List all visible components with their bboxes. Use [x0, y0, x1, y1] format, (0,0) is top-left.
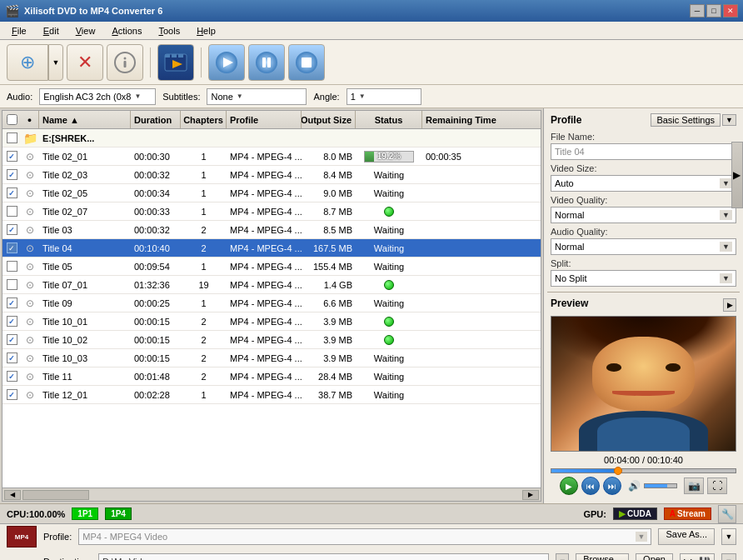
video-size-combo[interactable]: Auto ▼ — [551, 175, 736, 192]
scroll-track[interactable] — [22, 490, 521, 500]
basic-settings-button[interactable]: Basic Settings — [651, 113, 721, 127]
table-row[interactable]: ⊙ Title 02_07 00:00:33 1 MP4 - MPEG-4 ..… — [2, 202, 541, 221]
col-header-remain[interactable]: Remaining Time — [422, 111, 497, 128]
row-cb[interactable]: ✓ — [2, 242, 21, 253]
convert-dropdown[interactable]: ▼ — [721, 553, 736, 560]
menu-edit[interactable]: Edit — [35, 24, 67, 38]
menu-help[interactable]: Help — [188, 24, 224, 38]
checked-cb[interactable] — [7, 188, 17, 198]
scene-button[interactable] — [157, 44, 194, 81]
checked-cb[interactable] — [7, 334, 17, 345]
fullscreen-button[interactable]: ⛶ — [707, 478, 727, 494]
next-button[interactable]: ⏭ — [603, 477, 621, 495]
table-row[interactable]: ⊙ Title 10_03 00:00:15 2 MP4 - MPEG-4 ..… — [2, 349, 541, 368]
table-row[interactable]: ⊙ Title 09 00:00:25 1 MP4 - MPEG-4 ... 6… — [2, 294, 541, 312]
unchecked-cb[interactable] — [7, 279, 17, 290]
profile-combo[interactable]: MP4 - MPEG4 Video ▼ — [78, 528, 651, 545]
row-cb[interactable] — [2, 316, 21, 327]
select-all-checkbox[interactable] — [7, 114, 17, 125]
table-row[interactable]: ✓ ⊙ Title 04 00:10:40 2 MP4 - MPEG-4 ...… — [2, 239, 541, 258]
seek-thumb[interactable] — [614, 467, 622, 475]
table-row[interactable]: ⊙ Title 10_01 00:00:15 2 MP4 - MPEG-4 ..… — [2, 312, 541, 331]
table-row[interactable]: ⊙ Title 03 00:00:32 2 MP4 - MPEG-4 ... 8… — [2, 221, 541, 239]
audio-quality-combo[interactable]: Normal ▼ — [551, 238, 736, 255]
scroll-left[interactable]: ◀ — [4, 490, 21, 500]
table-row[interactable]: ⊙ Title 05 00:09:54 1 MP4 - MPEG-4 ... 1… — [2, 258, 541, 276]
cuda-button[interactable]: ▶ CUDA — [613, 508, 657, 520]
unchecked-cb[interactable] — [7, 261, 17, 272]
minimize-button[interactable]: ─ — [690, 4, 705, 18]
snapshot-button[interactable]: 📷 — [684, 478, 704, 494]
settings-dropdown-arrow[interactable]: ▼ — [722, 114, 736, 126]
right-panel-toggle[interactable]: ▶ — [731, 142, 743, 208]
preview-expand-button[interactable]: ▶ — [723, 298, 736, 312]
checked-cb[interactable] — [7, 371, 17, 382]
row-cb[interactable] — [2, 298, 21, 308]
row-cb[interactable] — [2, 151, 21, 162]
table-row[interactable]: 📁 E:[SHREK... — [2, 129, 541, 148]
horizontal-scrollbar[interactable]: ◀ ▶ — [2, 488, 541, 501]
scroll-thumb[interactable] — [22, 490, 89, 500]
cpu-btn2[interactable]: 1P4 — [105, 508, 132, 520]
checked-cb[interactable] — [7, 151, 17, 162]
col-header-duration[interactable]: Duration — [131, 111, 181, 128]
row-cb[interactable] — [2, 352, 21, 363]
video-quality-combo[interactable]: Normal ▼ — [551, 207, 736, 223]
table-row[interactable]: ⊙ Title 02_01 00:00:30 1 MP4 - MPEG-4 ..… — [2, 148, 541, 166]
checked-cb[interactable] — [7, 169, 17, 180]
angle-combo[interactable]: 1 ▼ — [347, 88, 421, 105]
table-row[interactable]: ⊙ Title 12_01 00:02:28 1 MP4 - MPEG-4 ..… — [2, 386, 541, 404]
row-cb[interactable] — [2, 279, 21, 290]
unchecked-cb[interactable] — [7, 132, 17, 143]
col-header-size[interactable]: Output Size — [302, 111, 356, 128]
checked-cb[interactable] — [7, 298, 17, 308]
unchecked-cb[interactable] — [7, 206, 17, 217]
subtitles-combo[interactable]: None ▼ — [207, 88, 307, 105]
settings-button[interactable]: 🔧 — [718, 505, 736, 523]
volume-bar[interactable] — [644, 483, 677, 488]
menu-file[interactable]: File — [3, 24, 35, 38]
play-button[interactable]: ▶ — [560, 477, 578, 495]
audio-combo[interactable]: English AC3 2ch (0x8 ▼ — [39, 88, 156, 105]
add-dvd-button[interactable]: ⊕ — [7, 44, 48, 81]
destination-dropdown[interactable]: ▼ — [556, 553, 569, 560]
col-header-chapters[interactable]: Chapters — [181, 111, 227, 128]
row-cb[interactable] — [2, 389, 21, 400]
info-button[interactable] — [107, 44, 143, 81]
file-name-input[interactable] — [551, 143, 736, 160]
table-row[interactable]: ⊙ Title 11 00:01:48 2 MP4 - MPEG-4 ... 2… — [2, 368, 541, 386]
table-row[interactable]: ⊙ Title 02_05 00:00:34 1 MP4 - MPEG-4 ..… — [2, 184, 541, 202]
maximize-button[interactable]: □ — [706, 4, 721, 18]
row-cb[interactable] — [2, 169, 21, 180]
col-header-name[interactable]: Name ▲ — [39, 111, 131, 128]
menu-view[interactable]: View — [67, 24, 104, 38]
col-header-profile[interactable]: Profile — [227, 111, 302, 128]
pause-button[interactable] — [248, 44, 285, 81]
row-cb[interactable] — [2, 206, 21, 217]
convert-more-button[interactable]: ▶▶ 💾 — [680, 553, 715, 560]
checked-cb[interactable] — [7, 389, 17, 400]
split-combo[interactable]: No Split ▼ — [551, 270, 736, 287]
close-button[interactable]: ✕ — [723, 4, 738, 18]
checked-cb[interactable] — [7, 316, 17, 327]
prev-button[interactable]: ⏮ — [581, 477, 600, 495]
row-cb[interactable] — [2, 334, 21, 345]
stream-button[interactable]: A Stream — [664, 508, 711, 520]
col-header-status[interactable]: Status — [356, 111, 422, 128]
checked-cb[interactable] — [7, 352, 17, 363]
menu-tools[interactable]: Tools — [150, 24, 188, 38]
scroll-right[interactable]: ▶ — [522, 490, 539, 500]
row-cb[interactable] — [2, 188, 21, 198]
remove-button[interactable]: ✕ — [67, 44, 103, 81]
table-row[interactable]: ⊙ Title 10_02 00:00:15 2 MP4 - MPEG-4 ..… — [2, 331, 541, 349]
row-cb[interactable] — [2, 261, 21, 272]
row-cb[interactable] — [2, 371, 21, 382]
start-button[interactable] — [208, 44, 245, 81]
open-button[interactable]: Open — [636, 553, 673, 560]
checked-cb[interactable] — [7, 224, 17, 235]
menu-actions[interactable]: Actions — [103, 24, 150, 38]
checked-cb[interactable]: ✓ — [7, 242, 17, 253]
save-as-button[interactable]: Save As... — [658, 528, 715, 545]
table-row[interactable]: ⊙ Title 02_03 00:00:32 1 MP4 - MPEG-4 ..… — [2, 166, 541, 184]
save-dropdown[interactable]: ▼ — [721, 528, 736, 545]
